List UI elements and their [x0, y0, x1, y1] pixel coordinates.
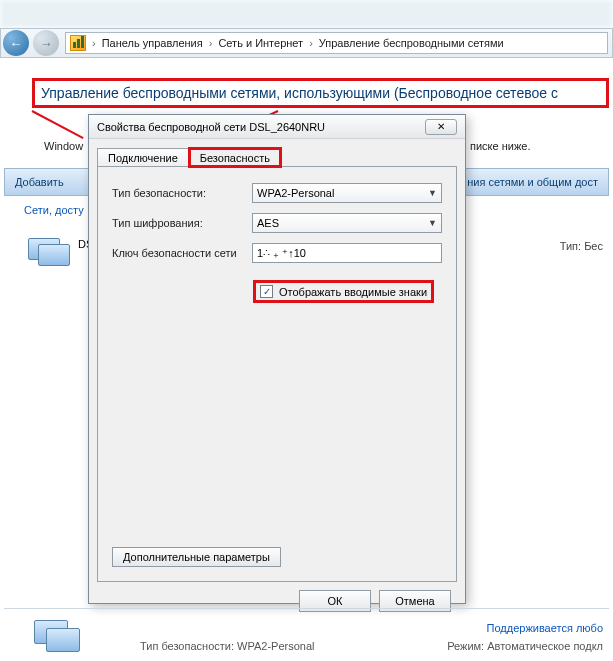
breadcrumb[interactable]: › Панель управления › Сеть и Интернет › …: [65, 32, 608, 54]
security-key-input[interactable]: 1∴ ₊ ⁺↑10: [252, 243, 442, 263]
sharing-button[interactable]: ния сетями и общим дост: [467, 176, 598, 188]
network-type-label: Тип: Бес: [560, 240, 603, 252]
chevron-right-icon: ›: [90, 37, 98, 49]
security-type-value: WPA2-Personal: [257, 187, 334, 199]
back-button[interactable]: ←: [3, 30, 29, 56]
status-security: Тип безопасности: WPA2-Personal: [140, 640, 315, 652]
dialog-title: Свойства беспроводной сети DSL_2640NRU: [97, 121, 425, 133]
encryption-value: AES: [257, 217, 279, 229]
wifi-icon: [70, 35, 86, 51]
annotation-line: [32, 110, 84, 139]
properties-dialog: Свойства беспроводной сети DSL_2640NRU ✕…: [88, 114, 466, 604]
chevron-right-icon: ›: [207, 37, 215, 49]
page-title: Управление беспроводными сетями, использ…: [32, 78, 609, 108]
security-type-label: Тип безопасности:: [112, 187, 252, 199]
dialog-titlebar[interactable]: Свойства беспроводной сети DSL_2640NRU ✕: [89, 115, 465, 139]
security-key-label: Ключ безопасности сети: [112, 247, 252, 259]
page-title-text: Управление беспроводными сетями, использ…: [41, 85, 558, 101]
status-mode: Режим: Автоматическое подкл: [447, 640, 603, 652]
chevron-down-icon: ▼: [428, 218, 437, 228]
security-key-value: 1∴ ₊ ⁺↑10: [257, 247, 306, 260]
tab-connection[interactable]: Подключение: [97, 148, 189, 167]
tab-security[interactable]: Безопасность: [189, 148, 281, 167]
show-characters-row: ✓ Отображать вводимые знаки: [256, 283, 431, 300]
close-button[interactable]: ✕: [425, 119, 457, 135]
tab-panel-security: Тип безопасности: WPA2-Personal ▼ Тип ши…: [97, 166, 457, 582]
add-button[interactable]: Добавить: [15, 176, 64, 188]
network-icon: [34, 620, 82, 656]
show-characters-label: Отображать вводимые знаки: [279, 286, 427, 298]
address-bar: ← → › Панель управления › Сеть и Интерне…: [0, 28, 613, 58]
security-type-select[interactable]: WPA2-Personal ▼: [252, 183, 442, 203]
advanced-button[interactable]: Дополнительные параметры: [112, 547, 281, 567]
available-networks-link[interactable]: Сети, досту: [24, 204, 84, 216]
forward-button[interactable]: →: [33, 30, 59, 56]
description-text: Window: [44, 140, 83, 152]
encryption-label: Тип шифрования:: [112, 217, 252, 229]
encryption-select[interactable]: AES ▼: [252, 213, 442, 233]
separator: [4, 608, 609, 609]
chevron-right-icon: ›: [307, 37, 315, 49]
chevron-down-icon: ▼: [428, 188, 437, 198]
crumb-control-panel[interactable]: Панель управления: [98, 37, 207, 49]
show-characters-checkbox[interactable]: ✓: [260, 285, 273, 298]
description-text: писке ниже.: [470, 140, 530, 152]
crumb-net-internet[interactable]: Сеть и Интернет: [214, 37, 307, 49]
status-supports: Поддерживается любо: [487, 622, 603, 634]
crumb-wireless-mgmt[interactable]: Управление беспроводными сетями: [315, 37, 508, 49]
network-icon: [28, 234, 72, 270]
